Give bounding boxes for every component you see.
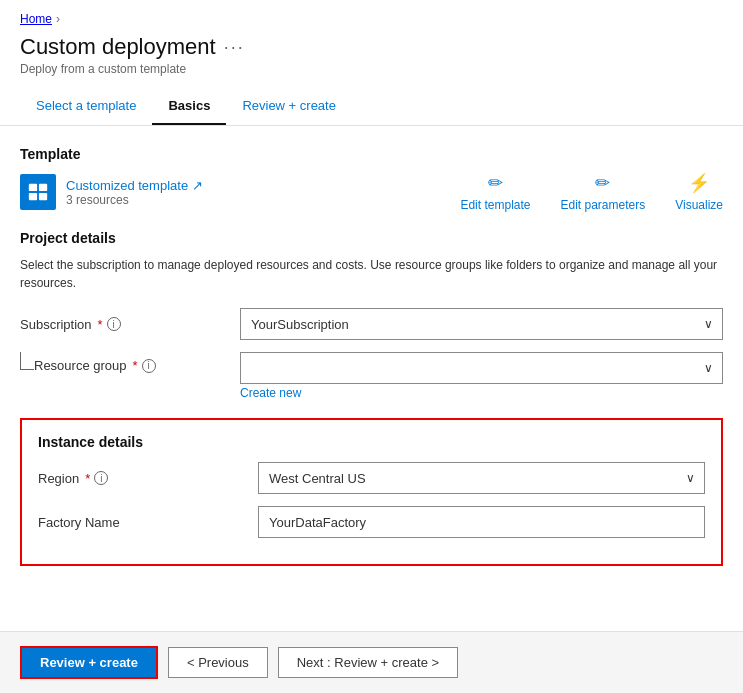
template-card: Customized template ↗ 3 resources ✏ Edit… [20,172,723,212]
review-create-button[interactable]: Review + create [20,646,158,679]
instance-details-section: Instance details Region * i West Central… [20,418,723,566]
tabs: Select a template Basics Review + create [0,88,743,126]
edit-parameters-icon: ✏ [595,172,610,194]
project-details-label: Project details [20,230,723,246]
template-svg-icon [27,181,49,203]
region-select[interactable]: West Central US [258,462,705,494]
svg-rect-0 [29,184,37,191]
edit-template-icon: ✏ [488,172,503,194]
breadcrumb-separator: › [56,12,60,26]
template-icon [20,174,56,210]
template-section-label: Template [20,146,723,162]
svg-rect-3 [39,193,47,200]
page-header: Custom deployment ··· Deploy from a cust… [0,30,743,88]
svg-rect-2 [29,193,37,200]
instance-details-label: Instance details [38,434,705,450]
tab-review-create[interactable]: Review + create [226,88,352,125]
template-resources: 3 resources [66,193,203,207]
project-details-description: Select the subscription to manage deploy… [20,256,723,292]
visualize-icon: ⚡ [688,172,710,194]
rg-select-wrapper [240,352,723,384]
template-info: Customized template ↗ 3 resources [66,178,203,207]
page-subtitle: Deploy from a custom template [20,62,723,76]
rg-required: * [133,358,138,373]
rg-info-icon[interactable]: i [142,359,156,373]
resource-group-label: Resource group * i [34,358,156,373]
edit-parameters-button[interactable]: ✏ Edit parameters [560,172,645,212]
more-options-button[interactable]: ··· [224,37,245,58]
rg-connector-line [20,352,34,370]
template-actions: ✏ Edit template ✏ Edit parameters ⚡ Visu… [460,172,723,212]
region-info-icon[interactable]: i [94,471,108,485]
subscription-select[interactable]: YourSubscription [240,308,723,340]
visualize-button[interactable]: ⚡ Visualize [675,172,723,212]
resource-group-select[interactable] [240,352,723,384]
edit-template-button[interactable]: ✏ Edit template [460,172,530,212]
region-control: West Central US [258,462,705,494]
resource-group-row: Resource group * i Create new [20,352,723,400]
region-row: Region * i West Central US [38,462,705,494]
subscription-row: Subscription * i YourSubscription [20,308,723,340]
previous-button[interactable]: < Previous [168,647,268,678]
breadcrumb-home[interactable]: Home [20,12,52,26]
svg-rect-1 [39,184,47,191]
tab-basics[interactable]: Basics [152,88,226,125]
template-name-link[interactable]: Customized template ↗ [66,178,203,193]
subscription-label: Subscription * i [20,317,240,332]
breadcrumb: Home › [0,0,743,30]
external-link-icon: ↗ [192,178,203,193]
page-title: Custom deployment [20,34,216,60]
factory-name-input[interactable] [258,506,705,538]
region-required: * [85,471,90,486]
subscription-info-icon[interactable]: i [107,317,121,331]
next-button[interactable]: Next : Review + create > [278,647,458,678]
subscription-control: YourSubscription [240,308,723,340]
factory-name-row: Factory Name [38,506,705,538]
factory-name-label: Factory Name [38,515,258,530]
create-new-link[interactable]: Create new [240,386,301,400]
factory-name-control [258,506,705,538]
project-details-section: Project details Select the subscription … [20,230,723,400]
footer: Review + create < Previous Next : Review… [0,631,743,693]
main-content: Template Customized template ↗ 3 resourc… [0,126,743,586]
subscription-required: * [98,317,103,332]
tab-select-template[interactable]: Select a template [20,88,152,125]
region-label: Region * i [38,471,258,486]
